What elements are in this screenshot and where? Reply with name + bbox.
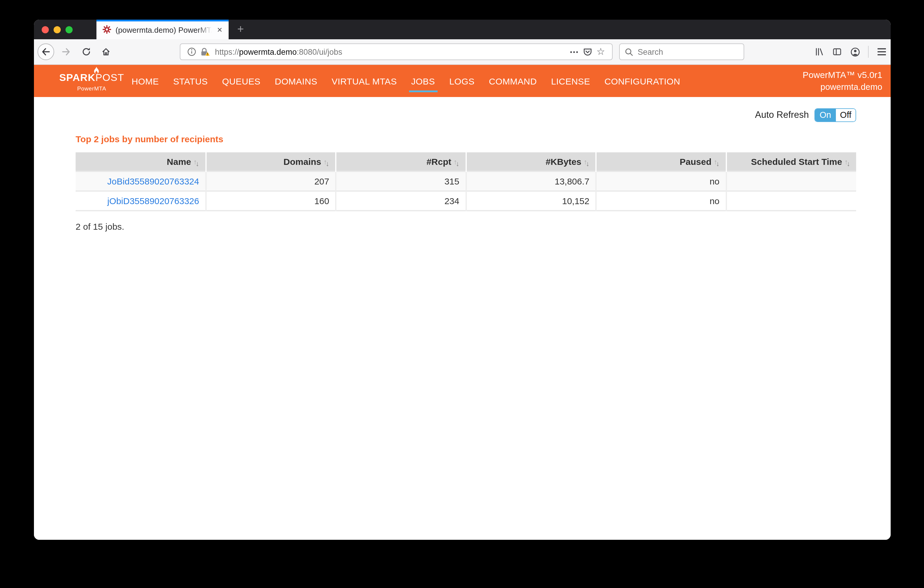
nav-item-license[interactable]: LICENSE — [551, 76, 590, 86]
hostname-line: powermta.demo — [802, 81, 882, 94]
auto-refresh-off-button[interactable]: Off — [836, 109, 856, 121]
tab-title-fade — [198, 25, 214, 35]
url-bar[interactable]: https://powermta.demo:8080/ui/jobs ••• ☆ — [180, 43, 613, 60]
brand-text-post: POST — [95, 72, 124, 83]
url-scheme: https:// — [215, 47, 239, 56]
page-info-icon[interactable] — [185, 47, 198, 56]
sparkpost-wordmark: SPARKPOST — [50, 72, 134, 83]
cell-name: JoBid35589020763324 — [76, 171, 206, 191]
nav-item-status[interactable]: STATUS — [173, 76, 208, 86]
new-tab-button[interactable]: + — [233, 20, 248, 39]
browser-window: (powermta.demo) PowerMTA We × + — [34, 20, 891, 540]
reload-button[interactable] — [78, 43, 95, 60]
tab-close-icon[interactable]: × — [214, 20, 225, 39]
auto-refresh-toggle: On Off — [814, 108, 856, 122]
site-favicon-gear-icon — [102, 25, 111, 34]
active-tab-indicator — [96, 20, 229, 21]
sidebar-toggle-icon[interactable] — [829, 43, 845, 60]
cell-kbytes: 13,806.7 — [466, 171, 596, 191]
job-link[interactable]: jObiD35589020763326 — [107, 196, 199, 206]
job-link[interactable]: JoBid35589020763324 — [107, 176, 199, 186]
url-host: powermta.demo — [239, 47, 297, 56]
insecure-lock-warning-icon[interactable] — [198, 47, 211, 56]
cell-rcpt: 234 — [336, 191, 466, 211]
nav-item-home[interactable]: HOME — [132, 76, 159, 86]
sort-icon[interactable]: ↑↓ — [193, 159, 199, 166]
column-label: Paused — [680, 156, 711, 166]
zoom-window-button[interactable] — [66, 26, 73, 33]
home-button[interactable] — [97, 43, 114, 60]
minimize-window-button[interactable] — [54, 26, 61, 33]
tab-title-wrap: (powermta.demo) PowerMTA We — [116, 25, 214, 35]
library-icon[interactable] — [811, 43, 828, 60]
version-line: PowerMTA™ v5.0r1 — [802, 68, 882, 81]
pocket-icon[interactable] — [581, 47, 594, 56]
cell-scheduled-start-time — [726, 171, 856, 191]
cell-domains: 160 — [206, 191, 336, 211]
column-label: Domains — [284, 156, 321, 166]
column-header-scheduled-start-time[interactable]: Scheduled Start Time↑↓ — [726, 152, 856, 171]
menu-hamburger-icon[interactable] — [873, 48, 890, 55]
nav-item-logs[interactable]: LOGS — [449, 76, 475, 86]
cell-kbytes: 10,152 — [466, 191, 596, 211]
close-window-button[interactable] — [42, 26, 49, 33]
bookmark-star-icon[interactable]: ☆ — [594, 47, 607, 56]
sort-icon[interactable]: ↑↓ — [454, 159, 459, 166]
column-label: Scheduled Start Time — [751, 156, 842, 166]
nav-item-command[interactable]: COMMAND — [489, 76, 537, 86]
auto-refresh-label: Auto Refresh — [755, 109, 809, 120]
nav-item-domains[interactable]: DOMAINS — [275, 76, 317, 86]
brand-subtitle: PowerMTA — [50, 85, 134, 92]
app-nav-bar: SPARKPOST PowerMTA HOME STATUS QUEUES DO… — [34, 65, 891, 97]
window-controls — [42, 20, 73, 39]
forward-button[interactable] — [58, 43, 74, 60]
nav-item-virtual-mtas[interactable]: VIRTUAL MTAS — [332, 76, 397, 86]
column-label: Name — [167, 156, 191, 166]
jobs-count-text: 2 of 15 jobs. — [76, 221, 856, 232]
sparkpost-logo: SPARKPOST PowerMTA — [50, 72, 134, 92]
cell-scheduled-start-time — [726, 191, 856, 211]
search-input[interactable] — [638, 47, 727, 56]
auto-refresh-on-button[interactable]: On — [815, 109, 836, 121]
flame-icon — [94, 67, 99, 74]
tab-bar: (powermta.demo) PowerMTA We × + — [34, 20, 891, 39]
sort-icon[interactable]: ↑↓ — [323, 159, 329, 166]
column-label: #KBytes — [546, 156, 581, 166]
cell-paused: no — [596, 171, 726, 191]
nav-links: HOME STATUS QUEUES DOMAINS VIRTUAL MTAS … — [132, 76, 680, 86]
column-header-kbytes[interactable]: #KBytes↑↓ — [466, 152, 596, 171]
table-row: JoBid35589020763324 207 315 13,806.7 no — [76, 171, 856, 191]
sort-icon[interactable]: ↑↓ — [845, 159, 850, 166]
auto-refresh-row: Auto Refresh On Off — [76, 108, 856, 122]
column-header-rcpt[interactable]: #Rcpt↑↓ — [336, 152, 466, 171]
nav-item-queues[interactable]: QUEUES — [222, 76, 261, 86]
jobs-table: Name↑↓ Domains↑↓ #Rcpt↑↓ #KBytes↑↓ Pause… — [76, 152, 856, 211]
search-bar[interactable] — [619, 43, 744, 60]
back-button[interactable] — [38, 43, 54, 60]
table-row: jObiD35589020763326 160 234 10,152 no — [76, 191, 856, 211]
desktop: (powermta.demo) PowerMTA We × + — [0, 0, 924, 588]
brand-text-spark: SPARK — [59, 72, 96, 83]
column-label: #Rcpt — [427, 156, 451, 166]
cell-paused: no — [596, 191, 726, 211]
cell-name: jObiD35589020763326 — [76, 191, 206, 211]
nav-item-configuration[interactable]: CONFIGURATION — [604, 76, 680, 86]
browser-tab[interactable]: (powermta.demo) PowerMTA We × — [96, 20, 229, 39]
sort-icon[interactable]: ↑↓ — [584, 159, 589, 166]
url-path: :8080/ui/jobs — [297, 47, 342, 56]
column-header-paused[interactable]: Paused↑↓ — [596, 152, 726, 171]
page-title: Top 2 jobs by number of recipients — [76, 134, 856, 146]
column-header-name[interactable]: Name↑↓ — [76, 152, 206, 171]
page-content: Auto Refresh On Off Top 2 jobs by number… — [34, 97, 891, 540]
nav-item-jobs[interactable]: JOBS — [411, 76, 435, 86]
sort-icon[interactable]: ↑↓ — [714, 159, 719, 166]
toolbar-separator — [868, 46, 869, 58]
cell-rcpt: 315 — [336, 171, 466, 191]
account-icon[interactable] — [846, 43, 863, 60]
search-icon — [625, 47, 634, 56]
version-info: PowerMTA™ v5.0r1 powermta.demo — [802, 68, 882, 94]
browser-toolbar: https://powermta.demo:8080/ui/jobs ••• ☆ — [34, 39, 891, 65]
column-header-domains[interactable]: Domains↑↓ — [206, 152, 336, 171]
table-header-row: Name↑↓ Domains↑↓ #Rcpt↑↓ #KBytes↑↓ Pause… — [76, 152, 856, 171]
page-actions-icon[interactable]: ••• — [568, 48, 581, 55]
